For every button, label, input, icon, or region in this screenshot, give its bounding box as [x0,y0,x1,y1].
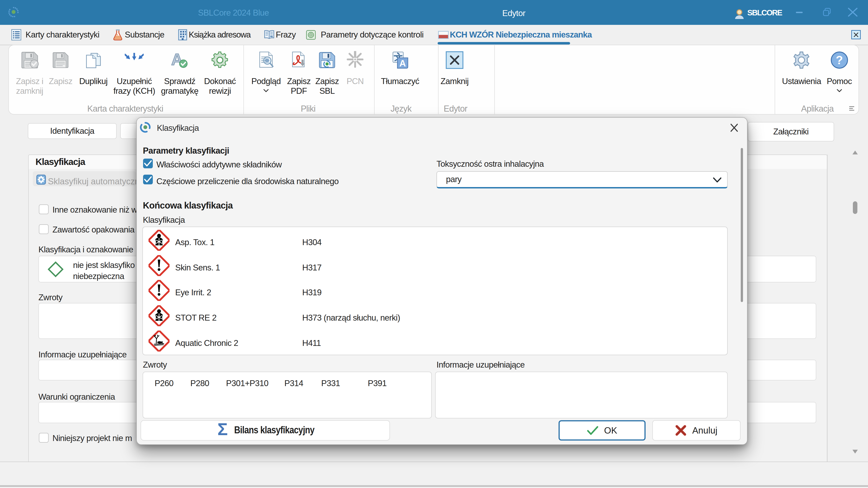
svg-text:A: A [399,58,406,68]
svg-text:?: ? [836,54,843,67]
